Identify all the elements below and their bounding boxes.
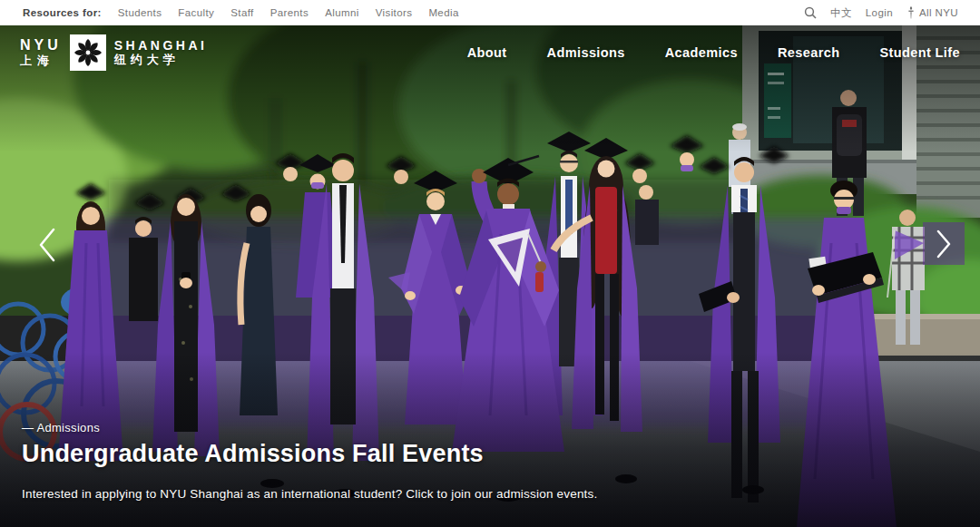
torch-icon	[906, 6, 916, 19]
site-header: NYU 上海	[0, 25, 980, 71]
nav-link-about[interactable]: About	[467, 45, 507, 60]
logo-right-column: SHANGHAI 纽约大学	[114, 38, 208, 67]
chevron-left-icon	[37, 227, 57, 263]
utility-link-alumni[interactable]: Alumni	[325, 7, 359, 18]
logo-left-column: NYU 上海	[20, 37, 62, 67]
resources-label: Resources for:	[23, 7, 102, 18]
nav-link-academics[interactable]: Academics	[665, 45, 738, 60]
breadcrumb[interactable]: — Admissions	[22, 421, 100, 434]
utility-right: 中文 Login All NYU	[804, 6, 958, 20]
language-toggle[interactable]: 中文	[830, 6, 852, 20]
all-nyu-link[interactable]: All NYU	[906, 6, 958, 19]
main-nav: About Admissions Academics Research Stud…	[467, 34, 960, 60]
hero-subtitle: Interested in applying to NYU Shanghai a…	[22, 487, 597, 501]
nav-link-admissions[interactable]: Admissions	[547, 45, 625, 60]
page-title: Undergraduate Admissions Fall Events	[22, 440, 484, 468]
utility-link-faculty[interactable]: Faculty	[178, 7, 214, 18]
utility-bar: Resources for: Students Faculty Staff Pa…	[0, 0, 980, 25]
site-logo[interactable]: NYU 上海	[20, 34, 207, 71]
carousel-prev-button[interactable]	[29, 221, 65, 268]
logo-nyu-text: NYU	[20, 37, 62, 54]
utility-link-staff[interactable]: Staff	[230, 7, 253, 18]
resources-nav: Resources for: Students Faculty Staff Pa…	[23, 7, 459, 18]
utility-link-media[interactable]: Media	[428, 7, 458, 18]
pinwheel-flower-icon	[70, 34, 106, 71]
hero-banner: NYU 上海	[0, 25, 980, 527]
utility-link-parents[interactable]: Parents	[270, 7, 309, 18]
utility-link-visitors[interactable]: Visitors	[376, 7, 413, 18]
all-nyu-label: All NYU	[919, 7, 958, 18]
utility-link-students[interactable]: Students	[118, 7, 162, 18]
search-icon[interactable]	[804, 6, 817, 19]
nav-link-research[interactable]: Research	[778, 45, 840, 60]
nav-link-student-life[interactable]: Student Life	[879, 45, 960, 60]
logo-shanghai-cn-text: 上海	[20, 54, 62, 68]
logo-nyu-cn-text: 纽约大学	[114, 53, 208, 67]
login-link[interactable]: Login	[866, 7, 893, 18]
carousel-next-button[interactable]	[923, 222, 965, 265]
chevron-right-icon	[935, 229, 953, 259]
logo-shanghai-text: SHANGHAI	[114, 38, 208, 53]
